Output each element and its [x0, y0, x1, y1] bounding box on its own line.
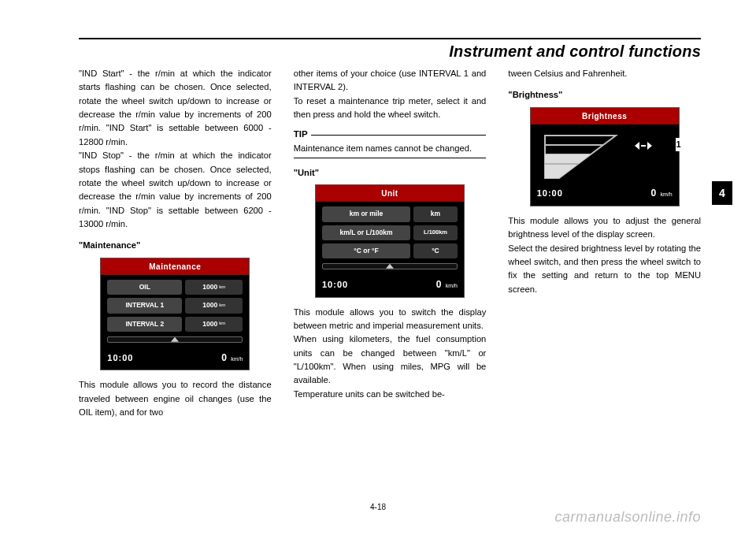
value-unit: km	[219, 302, 225, 309]
screen-title: Brightness	[531, 108, 679, 125]
body-text: This module allows you to switch the dis…	[294, 306, 487, 333]
screen-body: km or mile km km/L or L/100km L/100km °C…	[316, 202, 464, 276]
speed-value: 0	[650, 188, 657, 199]
speed-value: 0	[436, 279, 443, 290]
watermark: carmanualsonline.info	[554, 509, 701, 526]
body-text: To reset a maintenance trip meter, selec…	[294, 95, 487, 122]
value-text: 1000	[202, 300, 217, 310]
tip-text: Maintenance item names cannot be changed…	[294, 142, 487, 155]
callout-1: 1	[676, 138, 682, 151]
subheading-maintenance: "Maintenance"	[79, 239, 272, 252]
screen-body: OIL 1000km INTERVAL 1 1000km INTERVAL 2 …	[101, 275, 249, 349]
row-value: 1000km	[185, 317, 243, 332]
body-text: This module allows you to adjust the gen…	[508, 214, 701, 242]
brightness-cursor	[635, 142, 652, 150]
unit-screen: Unit km or mile km km/L or L/100km L/100…	[315, 184, 465, 298]
triangle-left-icon	[635, 142, 639, 150]
speed-readout: 0 km/h	[221, 351, 243, 366]
subheading-unit: "Unit"	[294, 166, 487, 180]
body-text: other items of your choice (use INTERVAL…	[294, 67, 487, 95]
screen-row: °C or °F °C	[322, 243, 458, 258]
brightness-gauge	[540, 132, 627, 181]
screen-row: km or mile km	[322, 206, 458, 221]
columns: "IND Start" - the r/min at which the ind…	[79, 67, 701, 419]
row-label: OIL	[107, 280, 182, 295]
body-text: "IND Stop" - the r/min at which the indi…	[79, 149, 272, 231]
page-number: 4-18	[370, 503, 386, 511]
body-text: "IND Start" - the r/min at which the ind…	[79, 67, 272, 149]
value-text: 1000	[202, 319, 217, 329]
body-text: tween Celsius and Fahrenheit.	[508, 67, 701, 80]
row-value: L/100km	[413, 225, 458, 240]
row-label: INTERVAL 2	[107, 317, 182, 332]
row-label: INTERVAL 1	[107, 298, 182, 313]
value-unit: km	[219, 284, 225, 291]
row-value: °C	[413, 243, 458, 258]
body-text: This module allows you to record the dis…	[79, 378, 272, 419]
screen-title: Maintenance	[101, 258, 249, 276]
tip-end-rule	[294, 158, 487, 158]
row-value: km	[413, 206, 458, 221]
page-title: Instrument and control functions	[79, 43, 701, 61]
body-text: Temperature units can be switched be-	[294, 388, 487, 401]
triangle-up-icon	[386, 264, 394, 269]
screen-footer: 10:00 0 km/h	[316, 276, 464, 297]
row-label: km or mile	[322, 206, 410, 221]
speed-readout: 0 km/h	[436, 277, 458, 292]
speed-readout: 0 km/h	[650, 186, 672, 201]
brightness-screen: Brightness	[530, 107, 680, 206]
subheading-brightness: "Brightness"	[508, 88, 701, 102]
tip-heading: TIP	[294, 128, 487, 142]
speed-unit: km/h	[446, 283, 458, 288]
scroll-indicator	[107, 336, 243, 343]
row-value: 1000km	[185, 298, 243, 313]
cursor-bar	[641, 145, 646, 147]
tip-label: TIP	[294, 128, 308, 142]
page: Instrument and control functions 4 "IND …	[0, 0, 756, 535]
screen-row: km/L or L/100km L/100km	[322, 225, 458, 240]
speed-unit: km/h	[661, 191, 673, 197]
speed-value: 0	[221, 352, 228, 363]
gauge-icon	[540, 132, 627, 181]
section-tab: 4	[712, 181, 732, 205]
value-text: 1000	[202, 282, 217, 292]
screen-title: Unit	[316, 185, 464, 202]
tip-rule	[311, 135, 487, 136]
row-label: °C or °F	[322, 243, 410, 258]
scroll-indicator	[322, 263, 458, 269]
clock: 10:00	[537, 187, 563, 200]
screen-row: INTERVAL 2 1000km	[107, 317, 243, 332]
svg-marker-3	[545, 154, 591, 178]
body-text: When using kilometers, the fuel consumpt…	[294, 333, 487, 387]
screen-footer: 10:00 0 km/h	[531, 184, 679, 206]
maintenance-screen: Maintenance OIL 1000km INTERVAL 1 1000km…	[100, 258, 250, 371]
clock: 10:00	[322, 278, 348, 292]
row-label: km/L or L/100km	[322, 225, 410, 240]
value-unit: km	[219, 320, 225, 327]
header-rule	[79, 38, 701, 39]
column-3: tween Celsius and Fahrenheit. "Brightnes…	[508, 67, 701, 419]
triangle-up-icon	[171, 336, 179, 341]
column-1: "IND Start" - the r/min at which the ind…	[79, 67, 272, 419]
column-2: other items of your choice (use INTERVAL…	[294, 67, 487, 419]
body-text: Select the desired brightness level by r…	[508, 242, 701, 296]
triangle-right-icon	[647, 142, 652, 150]
screen-row: OIL 1000km	[107, 280, 243, 295]
screen-row: INTERVAL 1 1000km	[107, 298, 243, 313]
screen-footer: 10:00 0 km/h	[101, 349, 249, 370]
row-value: 1000km	[185, 280, 243, 295]
screen-body	[531, 124, 679, 184]
clock: 10:00	[107, 351, 133, 365]
speed-unit: km/h	[231, 356, 243, 362]
